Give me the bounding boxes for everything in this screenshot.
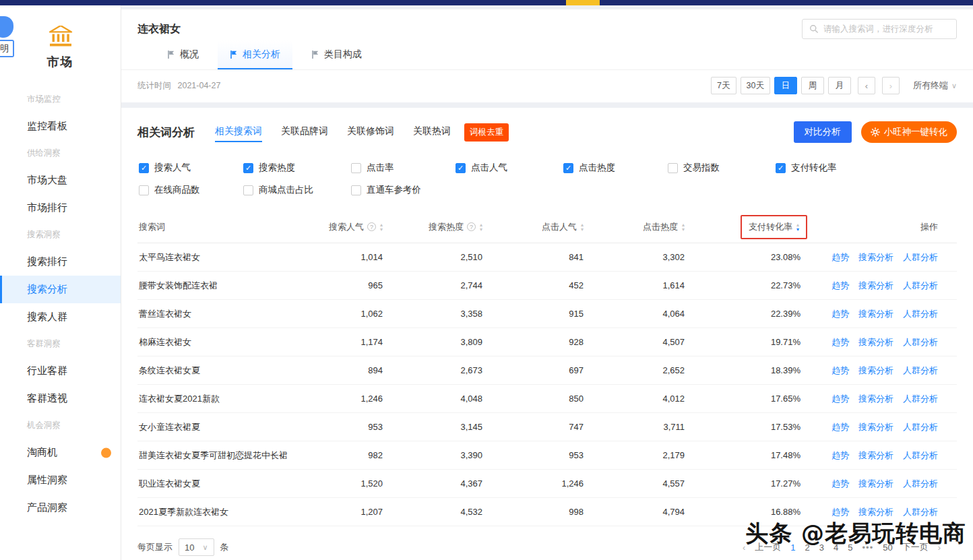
filter-checkbox-支付转化率[interactable]: ✓支付转化率 xyxy=(776,162,955,174)
cell-keyword: 腰带女装饰配连衣裙 xyxy=(137,280,306,292)
panel-tab-相关搜索词[interactable]: 相关搜索词 xyxy=(215,123,262,142)
terminal-select[interactable]: 所有终端∨ xyxy=(913,80,957,92)
prev-date-button[interactable]: ‹ xyxy=(858,77,875,94)
column-header-搜索热度[interactable]: 搜索热度?▴▾ xyxy=(384,221,484,233)
action-link-趋势[interactable]: 趋势 xyxy=(831,251,849,263)
action-link-趋势[interactable]: 趋势 xyxy=(831,308,849,320)
checkbox-checked[interactable]: ✓ xyxy=(139,163,149,173)
action-link-人群分析[interactable]: 人群分析 xyxy=(903,280,938,292)
action-link-搜索分析[interactable]: 搜索分析 xyxy=(858,365,893,377)
action-link-人群分析[interactable]: 人群分析 xyxy=(903,478,938,490)
sidebar-item-市场排行[interactable]: 市场排行 xyxy=(0,194,121,222)
action-link-搜索分析[interactable]: 搜索分析 xyxy=(858,393,893,405)
date-range-button-日[interactable]: 日 xyxy=(774,77,797,94)
header-tab-相关分析[interactable]: 相关分析 xyxy=(218,40,292,69)
filter-checkbox-点击人气[interactable]: ✓点击人气 xyxy=(456,162,563,174)
stat-time-date: 2021-04-27 xyxy=(177,81,220,90)
search-input[interactable] xyxy=(823,24,949,34)
action-link-趋势[interactable]: 趋势 xyxy=(831,421,849,433)
date-range-button-月[interactable]: 月 xyxy=(828,77,851,94)
sidebar-item-搜索排行[interactable]: 搜索排行 xyxy=(0,248,121,276)
checkbox-unchecked[interactable] xyxy=(243,185,253,195)
header-tab-概况[interactable]: 概况 xyxy=(155,40,211,69)
date-range-button-周[interactable]: 周 xyxy=(801,77,824,94)
action-link-搜索分析[interactable]: 搜索分析 xyxy=(858,478,893,490)
filter-checkbox-商城点击占比[interactable]: 商城点击占比 xyxy=(243,184,351,196)
column-header-点击人气[interactable]: 点击人气▴▾ xyxy=(484,221,585,233)
filter-checkbox-直通车参考价[interactable]: 直通车参考价 xyxy=(351,184,456,196)
action-link-人群分析[interactable]: 人群分析 xyxy=(903,365,938,377)
filter-checkbox-点击率[interactable]: 点击率 xyxy=(351,162,456,174)
action-link-搜索分析[interactable]: 搜索分析 xyxy=(858,506,893,518)
action-link-搜索分析[interactable]: 搜索分析 xyxy=(858,308,893,320)
sort-icon[interactable]: ▴▾ xyxy=(796,222,799,232)
panel-tab-关联品牌词[interactable]: 关联品牌词 xyxy=(281,123,328,142)
table-row: 女小童连衣裙夏9533,1457473,71117.53%趋势搜索分析人群分析 xyxy=(137,413,957,441)
action-link-趋势[interactable]: 趋势 xyxy=(831,365,849,377)
sidebar-item-行业客群[interactable]: 行业客群 xyxy=(0,357,121,385)
action-link-搜索分析[interactable]: 搜索分析 xyxy=(858,421,893,433)
action-link-人群分析[interactable]: 人群分析 xyxy=(903,336,938,348)
column-header-搜索人气[interactable]: 搜索人气?▴▾ xyxy=(306,221,384,233)
compare-button[interactable]: 对比分析 xyxy=(794,121,852,143)
action-link-趋势[interactable]: 趋势 xyxy=(831,506,849,518)
filter-checkbox-点击热度[interactable]: ✓点击热度 xyxy=(563,162,668,174)
app-switcher[interactable]: 市场 xyxy=(0,5,121,77)
action-link-趋势[interactable]: 趋势 xyxy=(831,336,849,348)
action-link-趋势[interactable]: 趋势 xyxy=(831,393,849,405)
sort-icon[interactable]: ▴▾ xyxy=(380,222,383,232)
help-icon[interactable]: ? xyxy=(467,222,476,231)
convert-button[interactable]: 小旺神一键转化 xyxy=(861,121,958,143)
checkbox-checked[interactable]: ✓ xyxy=(776,163,786,173)
action-link-人群分析[interactable]: 人群分析 xyxy=(903,449,938,462)
next-date-button[interactable]: › xyxy=(882,77,900,94)
action-link-搜索分析[interactable]: 搜索分析 xyxy=(858,336,893,348)
sidebar-item-客群透视[interactable]: 客群透视 xyxy=(0,385,121,412)
sort-icon[interactable]: ▴▾ xyxy=(682,222,685,232)
sidebar-item-搜索分析[interactable]: 搜索分析 xyxy=(0,276,121,303)
action-link-人群分析[interactable]: 人群分析 xyxy=(903,506,938,518)
per-page-select[interactable]: 10 ∨ xyxy=(179,538,214,556)
action-link-搜索分析[interactable]: 搜索分析 xyxy=(858,251,893,263)
date-range-button-30天[interactable]: 30天 xyxy=(741,77,770,94)
checkbox-checked[interactable]: ✓ xyxy=(456,163,466,173)
action-link-人群分析[interactable]: 人群分析 xyxy=(903,421,938,433)
date-range-button-7天[interactable]: 7天 xyxy=(711,77,736,94)
sidebar-item-市场大盘[interactable]: 市场大盘 xyxy=(0,166,121,194)
checkbox-checked[interactable]: ✓ xyxy=(243,163,253,173)
panel-tab-关联修饰词[interactable]: 关联修饰词 xyxy=(347,123,394,142)
panel-tab-关联热词[interactable]: 关联热词 xyxy=(413,123,451,142)
sidebar-item-产品洞察[interactable]: 产品洞察 xyxy=(0,494,121,522)
action-link-人群分析[interactable]: 人群分析 xyxy=(903,393,938,405)
filter-label: 商城点击占比 xyxy=(259,184,313,196)
dedupe-badge[interactable]: 词根去重 xyxy=(464,123,509,142)
sort-icon[interactable]: ▴▾ xyxy=(480,222,482,232)
filter-checkbox-在线商品数[interactable]: 在线商品数 xyxy=(139,184,243,196)
checkbox-unchecked[interactable] xyxy=(668,163,678,173)
action-link-搜索分析[interactable]: 搜索分析 xyxy=(858,280,893,292)
search-box[interactable] xyxy=(802,19,957,39)
action-link-人群分析[interactable]: 人群分析 xyxy=(903,251,938,263)
sidebar-item-监控看板[interactable]: 监控看板 xyxy=(0,113,121,140)
sidebar-item-属性洞察[interactable]: 属性洞察 xyxy=(0,466,121,494)
action-link-搜索分析[interactable]: 搜索分析 xyxy=(858,449,893,462)
sidebar-item-淘商机[interactable]: 淘商机 xyxy=(0,439,121,466)
action-link-趋势[interactable]: 趋势 xyxy=(831,478,849,490)
sidebar-item-搜索人群[interactable]: 搜索人群 xyxy=(0,303,121,331)
checkbox-unchecked[interactable] xyxy=(351,185,361,195)
filter-checkbox-搜索热度[interactable]: ✓搜索热度 xyxy=(243,162,351,174)
checkbox-checked[interactable]: ✓ xyxy=(563,163,573,173)
column-header-支付转化率[interactable]: 支付转化率▴▾ xyxy=(686,215,802,239)
checkbox-unchecked[interactable] xyxy=(139,185,149,195)
action-link-人群分析[interactable]: 人群分析 xyxy=(903,308,938,320)
header-tab-类目构成[interactable]: 类目构成 xyxy=(299,40,374,69)
filter-checkbox-搜索人气[interactable]: ✓搜索人气 xyxy=(139,162,243,174)
help-icon[interactable]: ? xyxy=(367,222,376,231)
filter-checkbox-交易指数[interactable]: 交易指数 xyxy=(668,162,776,174)
action-link-趋势[interactable]: 趋势 xyxy=(831,280,849,292)
column-header-点击热度[interactable]: 点击热度▴▾ xyxy=(585,221,686,233)
sort-icon[interactable]: ▴▾ xyxy=(581,222,584,232)
checkbox-unchecked[interactable] xyxy=(351,163,361,173)
sort-down-caret: ▾ xyxy=(480,227,482,232)
action-link-趋势[interactable]: 趋势 xyxy=(831,449,849,462)
